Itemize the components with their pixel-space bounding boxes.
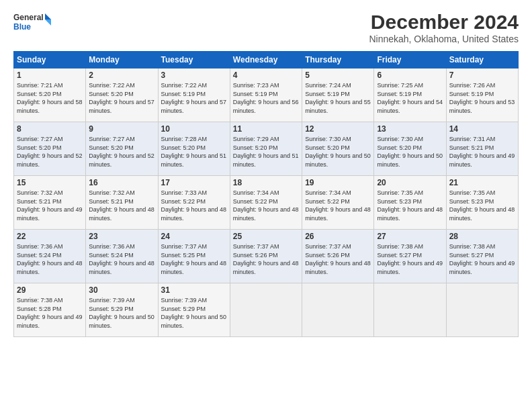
cell-week5-day5 [374,283,446,337]
cell-info: Sunrise: 7:34 AMSunset: 5:22 PMDaylight:… [233,189,299,222]
cell-info: Sunrise: 7:37 AMSunset: 5:26 PMDaylight:… [233,242,299,276]
cell-week1-day4: 5 Sunrise: 7:24 AMSunset: 5:19 PMDayligh… [302,68,374,122]
day-number: 11 [233,124,299,134]
col-thursday: Thursday [302,52,374,68]
cell-week5-day4 [302,283,374,337]
logo: General Blue [13,11,54,35]
day-number: 1 [17,71,83,80]
cell-info: Sunrise: 7:36 AMSunset: 5:24 PMDaylight:… [17,242,83,276]
week-row-4: 22 Sunrise: 7:36 AMSunset: 5:24 PMDaylig… [14,230,519,283]
day-number: 20 [377,178,443,187]
cell-week5-day1: 30 Sunrise: 7:39 AMSunset: 5:29 PMDaylig… [86,283,158,337]
cell-week2-day6: 14 Sunrise: 7:31 AMSunset: 5:21 PMDaylig… [446,122,518,176]
day-number: 22 [17,232,83,241]
day-number: 12 [305,124,371,134]
cell-week1-day0: 1 Sunrise: 7:21 AMSunset: 5:20 PMDayligh… [14,68,86,122]
week-row-1: 1 Sunrise: 7:21 AMSunset: 5:20 PMDayligh… [14,68,519,122]
cell-week3-day5: 20 Sunrise: 7:35 AMSunset: 5:23 PMDaylig… [374,176,446,230]
cell-week5-day2: 31 Sunrise: 7:39 AMSunset: 5:29 PMDaylig… [158,283,230,337]
cell-week5-day0: 29 Sunrise: 7:38 AMSunset: 5:28 PMDaylig… [14,283,86,337]
cell-info: Sunrise: 7:36 AMSunset: 5:24 PMDaylight:… [89,242,154,276]
cell-info: Sunrise: 7:29 AMSunset: 5:20 PMDaylight:… [233,135,299,169]
day-number: 19 [305,178,371,187]
cell-info: Sunrise: 7:27 AMSunset: 5:20 PMDaylight:… [17,135,83,169]
cell-info: Sunrise: 7:31 AMSunset: 5:21 PMDaylight:… [449,135,515,169]
day-number: 15 [17,178,83,187]
col-wednesday: Wednesday [230,52,302,68]
day-number: 6 [377,71,443,80]
svg-marker-2 [45,13,51,19]
cell-week3-day4: 19 Sunrise: 7:34 AMSunset: 5:22 PMDaylig… [302,176,374,230]
main-title: December 2024 [369,11,519,34]
day-number: 18 [233,178,299,187]
cell-info: Sunrise: 7:38 AMSunset: 5:27 PMDaylight:… [377,242,443,276]
cell-week5-day6 [446,283,518,337]
week-row-3: 15 Sunrise: 7:32 AMSunset: 5:21 PMDaylig… [14,176,519,230]
svg-text:General: General [13,13,44,22]
col-saturday: Saturday [446,52,518,68]
cell-info: Sunrise: 7:26 AMSunset: 5:19 PMDaylight:… [449,81,515,115]
cell-week1-day1: 2 Sunrise: 7:22 AMSunset: 5:20 PMDayligh… [86,68,158,122]
cell-info: Sunrise: 7:34 AMSunset: 5:22 PMDaylight:… [305,189,371,222]
day-number: 13 [377,124,443,134]
cell-week2-day3: 11 Sunrise: 7:29 AMSunset: 5:20 PMDaylig… [230,122,302,176]
day-number: 3 [161,71,227,80]
day-number: 5 [305,71,371,80]
col-sunday: Sunday [14,52,86,68]
cell-week4-day1: 23 Sunrise: 7:36 AMSunset: 5:24 PMDaylig… [86,230,158,283]
day-number: 17 [161,178,227,187]
cell-info: Sunrise: 7:35 AMSunset: 5:23 PMDaylight:… [449,189,515,222]
cell-week3-day1: 16 Sunrise: 7:32 AMSunset: 5:21 PMDaylig… [86,176,158,230]
cell-info: Sunrise: 7:37 AMSunset: 5:25 PMDaylight:… [161,242,227,276]
cell-info: Sunrise: 7:35 AMSunset: 5:23 PMDaylight:… [377,189,443,222]
cell-info: Sunrise: 7:25 AMSunset: 5:19 PMDaylight:… [377,81,443,115]
cell-info: Sunrise: 7:22 AMSunset: 5:19 PMDaylight:… [161,81,227,115]
cell-info: Sunrise: 7:24 AMSunset: 5:19 PMDaylight:… [305,81,371,115]
day-number: 26 [305,232,371,241]
cell-week4-day6: 28 Sunrise: 7:38 AMSunset: 5:27 PMDaylig… [446,230,518,283]
cell-week1-day5: 6 Sunrise: 7:25 AMSunset: 5:19 PMDayligh… [374,68,446,122]
week-row-5: 29 Sunrise: 7:38 AMSunset: 5:28 PMDaylig… [14,283,519,337]
cell-week3-day3: 18 Sunrise: 7:34 AMSunset: 5:22 PMDaylig… [230,176,302,230]
cell-week2-day5: 13 Sunrise: 7:30 AMSunset: 5:20 PMDaylig… [374,122,446,176]
day-number: 14 [449,124,515,134]
cell-week1-day3: 4 Sunrise: 7:23 AMSunset: 5:19 PMDayligh… [230,68,302,122]
cell-week4-day2: 24 Sunrise: 7:37 AMSunset: 5:25 PMDaylig… [158,230,230,283]
cell-info: Sunrise: 7:39 AMSunset: 5:29 PMDaylight:… [89,296,154,330]
cell-info: Sunrise: 7:22 AMSunset: 5:20 PMDaylight:… [89,81,154,115]
cell-week3-day2: 17 Sunrise: 7:33 AMSunset: 5:22 PMDaylig… [158,176,230,230]
logo-svg: General Blue [13,11,54,35]
cell-week2-day0: 8 Sunrise: 7:27 AMSunset: 5:20 PMDayligh… [14,122,86,176]
svg-marker-3 [45,19,51,26]
cell-info: Sunrise: 7:27 AMSunset: 5:20 PMDaylight:… [89,135,154,169]
cell-info: Sunrise: 7:32 AMSunset: 5:21 PMDaylight:… [89,189,154,222]
day-number: 27 [377,232,443,241]
cell-week2-day2: 10 Sunrise: 7:28 AMSunset: 5:20 PMDaylig… [158,122,230,176]
calendar-table: Sunday Monday Tuesday Wednesday Thursday… [13,51,519,337]
cell-info: Sunrise: 7:38 AMSunset: 5:27 PMDaylight:… [449,242,515,276]
day-number: 10 [161,124,227,134]
col-friday: Friday [374,52,446,68]
day-number: 25 [233,232,299,241]
cell-info: Sunrise: 7:38 AMSunset: 5:28 PMDaylight:… [17,296,83,330]
day-number: 8 [17,124,83,134]
day-number: 28 [449,232,515,241]
day-number: 29 [17,285,83,295]
cell-week1-day6: 7 Sunrise: 7:26 AMSunset: 5:19 PMDayligh… [446,68,518,122]
cell-week3-day0: 15 Sunrise: 7:32 AMSunset: 5:21 PMDaylig… [14,176,86,230]
header-row: Sunday Monday Tuesday Wednesday Thursday… [14,52,519,68]
day-number: 9 [89,124,154,134]
cell-info: Sunrise: 7:30 AMSunset: 5:20 PMDaylight:… [305,135,371,169]
day-number: 2 [89,71,154,80]
calendar-page: General Blue December 2024 Ninnekah, Okl… [0,0,532,411]
day-number: 23 [89,232,154,241]
cell-week2-day4: 12 Sunrise: 7:30 AMSunset: 5:20 PMDaylig… [302,122,374,176]
cell-week4-day3: 25 Sunrise: 7:37 AMSunset: 5:26 PMDaylig… [230,230,302,283]
cell-week4-day4: 26 Sunrise: 7:37 AMSunset: 5:26 PMDaylig… [302,230,374,283]
cell-info: Sunrise: 7:30 AMSunset: 5:20 PMDaylight:… [377,135,443,169]
cell-week4-day0: 22 Sunrise: 7:36 AMSunset: 5:24 PMDaylig… [14,230,86,283]
cell-week5-day3 [230,283,302,337]
subtitle: Ninnekah, Oklahoma, United States [369,34,519,44]
day-number: 31 [161,285,227,295]
day-number: 7 [449,71,515,80]
